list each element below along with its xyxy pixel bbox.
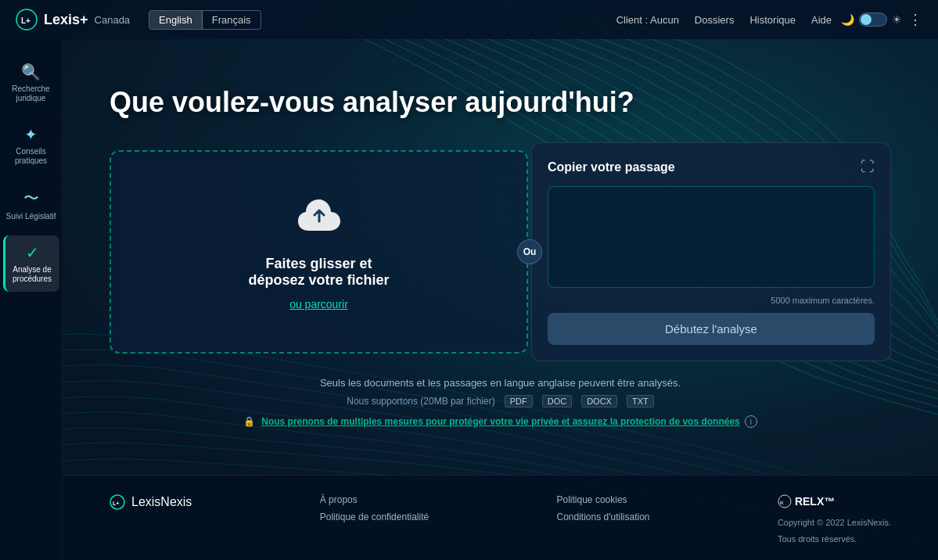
footer-privacy-link[interactable]: Politique de confidentialité — [320, 512, 429, 522]
format-doc: DOC — [542, 395, 572, 407]
moon-icon: 🌙 — [841, 13, 854, 26]
or-divider: Ou — [517, 239, 542, 264]
copyright-line1: Copyright © 2022 LexisNexis. — [778, 516, 891, 529]
star-icon: ✦ — [24, 125, 38, 144]
english-button[interactable]: English — [149, 11, 203, 29]
wave-icon: 〜 — [23, 188, 39, 209]
header: L+ Lexis+ Canada English Français Client… — [0, 0, 938, 39]
french-button[interactable]: Français — [203, 11, 261, 29]
more-options-icon[interactable]: ⋮ — [908, 11, 922, 28]
logo-text: Lexis+ — [44, 12, 88, 28]
sidebar-label-recherche: Recherche juridique — [6, 84, 56, 103]
theme-toggle-pill[interactable] — [859, 13, 887, 27]
char-limit-text: 5000 maximum caractères. — [548, 296, 875, 305]
info-bar: Seuls les documents et les passages en l… — [110, 377, 891, 428]
info-icon[interactable]: i — [745, 415, 757, 428]
relx-brand-text: RELX™ — [795, 495, 835, 508]
hero-section: Que voulez-vous analyser aujourd'hui? Fa… — [63, 39, 938, 451]
logo-sub: Canada — [95, 14, 131, 26]
text-panel-title: Copier votre passage — [548, 160, 675, 174]
sidebar-item-recherche[interactable]: 🔍 Recherche juridique — [3, 55, 59, 111]
sidebar-label-suivi: Suivi Législatif — [6, 212, 56, 221]
aide-link[interactable]: Aide — [811, 14, 832, 26]
sun-icon: ☀ — [892, 13, 902, 26]
format-docx: DOCX — [581, 395, 617, 407]
upload-row: Faites glisser et déposez votre fichier … — [110, 142, 891, 361]
check-icon: ✓ — [26, 243, 39, 262]
formats-label: Nous supportons (20MB par fichier) — [347, 396, 494, 407]
client-link[interactable]: Client : Aucun — [616, 14, 679, 26]
sidebar-label-analyse: Analyse de procédures — [9, 265, 56, 284]
footer-links-col1: À propos Politique de confidentialité — [320, 494, 429, 522]
upload-title: Faites glisser et déposez votre fichier — [248, 256, 389, 289]
page-title: Que voulez-vous analyser aujourd'hui? — [110, 86, 891, 119]
analyze-button[interactable]: Débutez l'analyse — [548, 313, 875, 345]
footer-logo: L+ LexisNexis — [110, 494, 192, 510]
logo: L+ Lexis+ Canada — [16, 9, 130, 31]
search-icon: 🔍 — [21, 63, 41, 81]
sidebar-item-suivi[interactable]: 〜 Suivi Législatif — [3, 180, 59, 229]
sidebar-item-conseils[interactable]: ✦ Conseils pratiques — [3, 117, 59, 174]
or-label: Ou — [517, 239, 542, 264]
sidebar-item-analyse[interactable]: ✓ Analyse de procédures — [3, 235, 59, 292]
upload-drop-zone[interactable]: Faites glisser et déposez votre fichier … — [110, 150, 528, 354]
toggle-knob — [861, 14, 872, 25]
lock-icon: 🔒 — [243, 416, 255, 427]
footer-links-col2: Politique cookies Conditions d'utilisati… — [557, 494, 650, 522]
svg-text:L+: L+ — [21, 16, 31, 25]
footer-copyright: R RELX™ Copyright © 2022 LexisNexis. Tou… — [778, 494, 891, 545]
sidebar: 🔍 Recherche juridique ✦ Conseils pratiqu… — [0, 39, 63, 560]
format-txt: TXT — [627, 395, 654, 407]
text-input[interactable] — [548, 186, 875, 288]
expand-icon[interactable]: ⛶ — [861, 159, 875, 175]
theme-toggle: 🌙 ☀ — [841, 13, 902, 27]
sidebar-label-conseils: Conseils pratiques — [6, 147, 56, 166]
footer-cookies-link[interactable]: Politique cookies — [557, 494, 650, 505]
browse-link[interactable]: ou parcourir — [289, 298, 348, 311]
header-nav: Client : Aucun Dossiers Historique Aide — [616, 14, 832, 26]
language-switcher: English Français — [149, 10, 261, 30]
privacy-text[interactable]: Nous prenons de multiples mesures pour p… — [261, 416, 740, 427]
relx-icon: R — [778, 494, 792, 508]
relx-logo: R RELX™ — [778, 494, 891, 508]
svg-text:L+: L+ — [113, 501, 119, 506]
main-content: Que voulez-vous analyser aujourd'hui? Fa… — [63, 39, 938, 560]
format-pdf: PDF — [505, 395, 533, 407]
formats-row: Nous supportons (20MB par fichier) PDF D… — [125, 395, 875, 407]
footer-logo-icon: L+ — [110, 494, 125, 510]
copyright-line2: Tous droits réservés. — [778, 533, 891, 546]
upload-cloud-icon — [292, 193, 347, 246]
logo-icon: L+ — [16, 9, 38, 31]
privacy-bar: 🔒 Nous prenons de multiples mesures pour… — [125, 415, 875, 428]
text-panel: Copier votre passage ⛶ 5000 maximum cara… — [531, 142, 891, 361]
footer-about-link[interactable]: À propos — [320, 494, 429, 505]
footer-terms-link[interactable]: Conditions d'utilisation — [557, 512, 650, 522]
svg-text:R: R — [780, 501, 784, 505]
dossiers-link[interactable]: Dossiers — [695, 14, 735, 26]
text-panel-header: Copier votre passage ⛶ — [548, 159, 875, 175]
lang-warning: Seuls les documents et les passages en l… — [125, 377, 875, 389]
footer: L+ LexisNexis À propos Politique de conf… — [63, 475, 938, 560]
historique-link[interactable]: Historique — [749, 14, 796, 26]
